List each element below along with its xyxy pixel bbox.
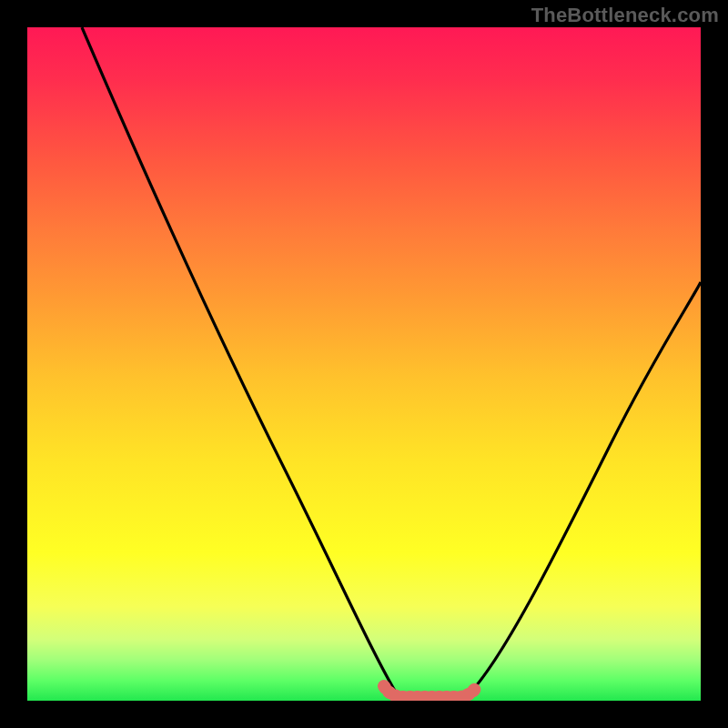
watermark-text: TheBottleneck.com: [531, 4, 719, 27]
chart-frame: TheBottleneck.com: [0, 0, 728, 728]
curve-layer: [27, 27, 701, 701]
right-curve: [466, 282, 701, 697]
plot-area: [27, 27, 701, 701]
bottom-highlight: [384, 686, 477, 697]
left-curve: [82, 27, 399, 697]
